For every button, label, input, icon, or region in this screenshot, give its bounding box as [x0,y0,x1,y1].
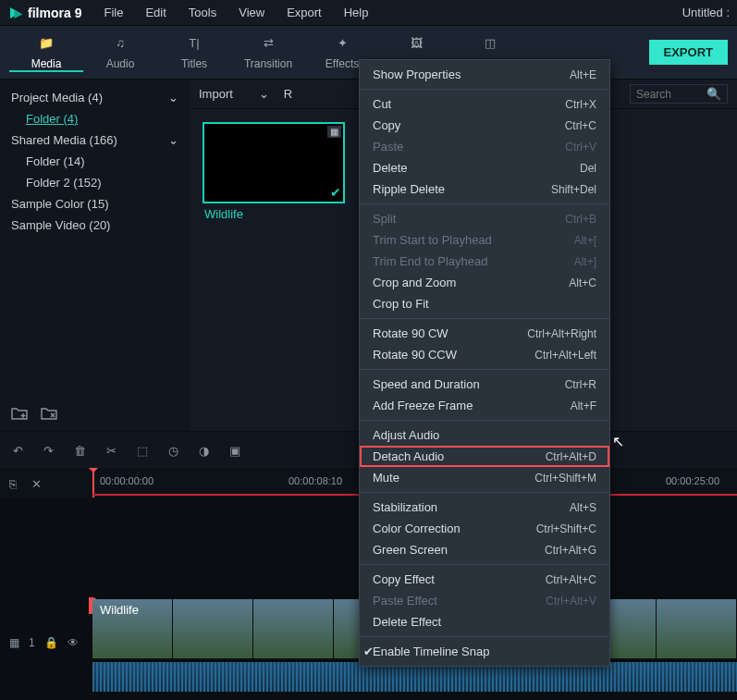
ctx-detach-audio[interactable]: Detach AudioCtrl+Alt+D [360,446,609,467]
add-marker-icon[interactable]: ⎘ [9,477,17,491]
check-icon: ✔ [330,185,341,200]
tab-titles[interactable]: T|Titles [157,33,231,70]
ctx-paste: PasteCtrl+V [360,136,609,157]
grid-badge-icon: ▦ [327,126,341,138]
shortcut: Alt+[ [574,234,596,247]
ctx-mute[interactable]: MuteCtrl+Shift+M [360,467,609,488]
shortcut: Alt+C [569,276,596,289]
app-logo: filmora9 [7,5,81,21]
ctx-cut[interactable]: CutCtrl+X [360,93,609,115]
delete-icon[interactable]: 🗑 [74,444,86,458]
tree-item[interactable]: Shared Media (166)⌄ [0,129,190,151]
tree-item[interactable]: Project Media (4)⌄ [0,87,190,108]
menu-view[interactable]: View [227,6,276,19]
ctx-split: SplitCtrl+B [360,208,609,229]
tree-item[interactable]: Sample Color (15) [0,193,190,215]
ctx-delete-effect[interactable]: Delete Effect [360,611,609,632]
track-number: 1 [29,636,35,649]
import-dropdown[interactable]: Import ⌄ [199,87,269,101]
media-clip[interactable]: ▦✔Wildlife [204,124,343,221]
shortcut: Ctrl+B [565,213,596,226]
shortcut: Alt+S [570,501,596,514]
ctx-green-screen[interactable]: Green ScreenCtrl+Alt+G [360,539,609,560]
project-title: Untitled : [682,6,730,19]
tab-audio[interactable]: ♫Audio [83,33,157,70]
tab-media[interactable]: 📁Media [9,33,83,72]
menubar: FileEditToolsViewExportHelp [92,6,379,19]
shortcut: Ctrl+Alt+G [545,544,596,557]
tab-transition[interactable]: ⇄Transition [231,33,305,70]
ctx-crop-to-fit[interactable]: Crop to Fit [360,293,609,314]
ctx-trim-start-to-playhead: Trim Start to PlayheadAlt+[ [360,229,609,251]
chevron-down-icon: ⌄ [168,133,178,147]
tree-item[interactable]: Folder (14) [0,151,190,172]
menu-export[interactable]: Export [276,6,333,19]
transition-icon: ⇄ [264,33,274,54]
ctx-add-freeze-frame[interactable]: Add Freeze FrameAlt+F [360,395,609,416]
context-menu: Show PropertiesAlt+ECutCtrl+XCopyCtrl+CP… [359,59,610,667]
menu-file[interactable]: File [92,6,134,19]
split-icon[interactable]: ✂ [106,444,117,458]
ctx-paste-effect: Paste EffectCtrl+Alt+V [360,590,609,611]
menu-edit[interactable]: Edit [134,6,177,19]
tree-item[interactable]: Folder 2 (152) [0,172,190,193]
ctx-color-correction[interactable]: Color CorrectionCtrl+Shift+C [360,518,609,539]
clip-name: Wildlife [204,207,343,221]
ctx-show-properties[interactable]: Show PropertiesAlt+E [360,64,609,85]
text-icon: T| [189,33,199,54]
shortcut: Ctrl+Alt+Left [534,349,596,362]
record-button[interactable]: R [284,87,292,101]
tree-item[interactable]: Folder (4) [0,108,190,129]
color-icon[interactable]: ◑ [199,444,209,458]
app-name: filmora [28,6,71,20]
search-icon: 🔍 [706,87,721,101]
check-icon: ✔ [363,645,374,658]
shortcut: Ctrl+R [565,378,596,391]
redo-icon[interactable]: ↷ [43,444,54,458]
green-screen-icon[interactable]: ▣ [229,444,240,458]
lock-icon[interactable]: 🔒 [44,636,58,649]
ctx-ripple-delete[interactable]: Ripple DeleteShift+Del [360,178,609,200]
shortcut: Alt+F [571,399,596,412]
tab-image[interactable]: 🖼 [379,33,453,54]
chevron-down-icon: ⌄ [168,91,178,104]
filmora-logo-icon [7,5,24,21]
ctx-copy-effect[interactable]: Copy EffectCtrl+Alt+C [360,569,609,590]
ctx-rotate-90-cw[interactable]: Rotate 90 CWCtrl+Alt+Right [360,323,609,344]
app-version: 9 [75,6,82,20]
time-marker: 00:00:00:00 [100,475,154,486]
visibility-icon[interactable]: 👁 [68,636,79,649]
ctx-copy[interactable]: CopyCtrl+C [360,115,609,136]
ctx-speed-and-duration[interactable]: Speed and DurationCtrl+R [360,374,609,395]
ctx-adjust-audio[interactable]: Adjust Audio [360,424,609,446]
ctx-rotate-90-ccw[interactable]: Rotate 90 CCWCtrl+Alt+Left [360,344,609,365]
export-button[interactable]: EXPORT [649,40,728,65]
delete-folder-icon[interactable] [41,406,57,424]
tab-split[interactable]: ◫ [453,33,527,54]
undo-icon[interactable]: ↶ [13,444,23,458]
new-folder-icon[interactable] [11,406,28,424]
shortcut: Ctrl+Shift+C [536,522,596,535]
search-input[interactable] [636,88,701,101]
crop-icon[interactable]: ⬚ [137,444,148,458]
menu-tools[interactable]: Tools [178,6,227,19]
search-box[interactable]: 🔍 [630,84,728,104]
menu-help[interactable]: Help [333,6,380,19]
shortcut: Ctrl+C [565,119,596,132]
tree-item[interactable]: Sample Video (20) [0,215,190,236]
mouse-cursor-icon: ↖ [612,433,624,450]
shortcut: Ctrl+X [565,98,596,111]
time-marker: 00:00:25:00 [666,475,719,486]
ctx-crop-and-zoom[interactable]: Crop and ZoomAlt+C [360,272,609,293]
time-marker: 00:00:08:10 [289,475,342,486]
magnet-icon[interactable]: ✕ [31,477,42,491]
ctx-enable-timeline-snap[interactable]: ✔Enable Timeline Snap [360,641,609,662]
title-bar: filmora9 FileEditToolsViewExportHelp Unt… [0,0,737,26]
track-header: ▦ 1 🔒 👁 [0,636,88,649]
speed-icon[interactable]: ◷ [168,444,178,458]
shortcut: Ctrl+Alt+D [546,450,596,463]
folder-icon: 📁 [39,33,54,54]
ctx-stabilization[interactable]: StabilizationAlt+S [360,497,609,518]
track-type-icon: ▦ [9,636,19,649]
ctx-delete[interactable]: DeleteDel [360,157,609,178]
